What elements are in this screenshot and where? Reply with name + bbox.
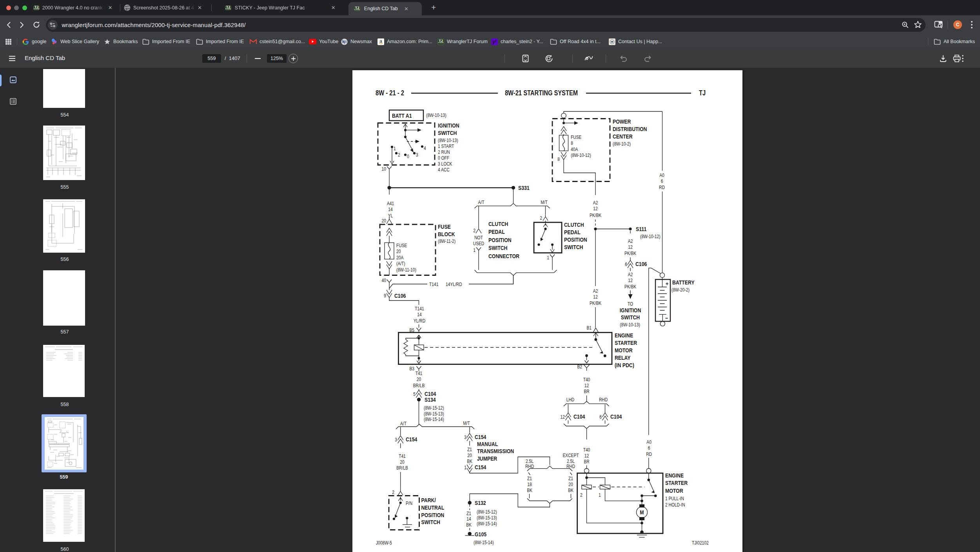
svg-text:(8W-11-2): (8W-11-2): [438, 239, 456, 244]
svg-text:C106: C106: [394, 293, 406, 299]
svg-text:PEDAL: PEDAL: [564, 229, 581, 235]
svg-text:POSITION: POSITION: [421, 512, 445, 518]
svg-text:1: 1: [473, 248, 475, 253]
svg-text:ENGINE: ENGINE: [665, 472, 684, 479]
svg-text:40: 40: [382, 278, 386, 283]
svg-text:RD: RD: [646, 452, 652, 457]
svg-text:(IN PDC): (IN PDC): [615, 362, 634, 368]
svg-text:CENTER: CENTER: [613, 133, 633, 140]
svg-text:S134: S134: [425, 397, 436, 403]
svg-text:2: 2: [540, 215, 542, 220]
svg-text:(8W-10-13): (8W-10-13): [426, 113, 446, 118]
svg-text:C154: C154: [475, 464, 486, 470]
svg-text:T41: T41: [416, 371, 423, 376]
svg-text:3: 3: [464, 435, 466, 440]
svg-text:1: 1: [464, 465, 466, 470]
svg-text:4: 4: [424, 146, 426, 151]
svg-text:(8W-10-13): (8W-10-13): [438, 138, 458, 143]
svg-text:PK/BK: PK/BK: [590, 301, 602, 306]
svg-text:(8W-20-2): (8W-20-2): [671, 287, 690, 292]
svg-text:SWITCH: SWITCH: [438, 130, 457, 136]
svg-text:6: 6: [661, 179, 663, 184]
svg-text:9: 9: [384, 293, 386, 298]
svg-text:B5: B5: [409, 328, 414, 333]
svg-text:14: 14: [466, 517, 471, 522]
svg-text:14: 14: [388, 207, 393, 212]
svg-text:J008W-5: J008W-5: [376, 540, 392, 545]
svg-text:20: 20: [400, 459, 404, 465]
svg-text:EXCEPT: EXCEPT: [563, 453, 579, 458]
svg-text:BR/LB: BR/LB: [413, 383, 425, 388]
svg-text:POWER: POWER: [613, 118, 631, 125]
svg-text:3: 3: [395, 437, 397, 442]
svg-text:MANUAL: MANUAL: [477, 441, 498, 447]
svg-text:M: M: [640, 509, 644, 516]
svg-text:(A/T): (A/T): [396, 261, 405, 266]
svg-text:12: 12: [584, 453, 589, 458]
svg-text:LHD: LHD: [566, 397, 574, 402]
svg-text:RELAY: RELAY: [615, 355, 631, 361]
svg-text:IGNITION: IGNITION: [438, 122, 459, 129]
svg-text:(8W-15-14): (8W-15-14): [474, 540, 494, 545]
svg-text:1 START: 1 START: [438, 144, 454, 149]
svg-text:(8W-15-14): (8W-15-14): [424, 417, 444, 422]
svg-text:JUMPER: JUMPER: [477, 455, 497, 462]
svg-text:8: 8: [571, 141, 573, 146]
svg-text:YL: YL: [388, 213, 393, 218]
svg-text:STARTER: STARTER: [615, 340, 637, 346]
svg-text:A0: A0: [659, 173, 664, 178]
svg-text:12: 12: [628, 278, 632, 283]
svg-text:8: 8: [557, 157, 560, 162]
svg-text:PK/BK: PK/BK: [590, 213, 602, 218]
svg-text:T40: T40: [583, 377, 590, 382]
svg-text:1: 1: [599, 492, 601, 497]
svg-text:POSITION: POSITION: [488, 237, 512, 243]
svg-text:(8W-15-13): (8W-15-13): [477, 516, 497, 521]
svg-text:C104: C104: [425, 391, 436, 397]
svg-text:3: 3: [416, 152, 418, 157]
svg-text:RHD: RHD: [566, 464, 575, 469]
svg-text:1 PULL-IN: 1 PULL-IN: [665, 496, 684, 501]
svg-text:A0: A0: [646, 439, 652, 445]
svg-text:Z1: Z1: [466, 511, 471, 516]
svg-text:20: 20: [568, 482, 573, 487]
svg-text:MOTOR: MOTOR: [615, 347, 633, 353]
svg-text:PARK/: PARK/: [421, 497, 436, 503]
svg-text:6: 6: [648, 446, 650, 451]
svg-text:C106: C106: [635, 261, 647, 267]
svg-text:MOTOR: MOTOR: [665, 488, 683, 494]
svg-text:A2: A2: [628, 272, 633, 277]
svg-text:PK/BK: PK/BK: [624, 251, 637, 256]
svg-text:ENGINE: ENGINE: [615, 332, 633, 339]
svg-text:BK: BK: [467, 459, 472, 464]
svg-text:(8W-11-10): (8W-11-10): [396, 268, 416, 273]
svg-text:BR: BR: [584, 389, 589, 394]
svg-text:20A: 20A: [396, 255, 404, 260]
svg-text:TRANSMISSION: TRANSMISSION: [477, 448, 514, 454]
svg-text:FUSE: FUSE: [571, 135, 582, 140]
svg-text:(8W-15-14): (8W-15-14): [477, 521, 497, 526]
svg-text:12: 12: [628, 245, 632, 250]
svg-text:0 OFF: 0 OFF: [438, 155, 449, 160]
svg-text:(8W-10-12): (8W-10-12): [640, 234, 661, 239]
svg-text:C104: C104: [610, 414, 622, 420]
svg-text:A2: A2: [593, 200, 598, 205]
svg-text:2: 2: [473, 228, 475, 233]
svg-text:NOT: NOT: [474, 235, 483, 240]
svg-text:C154: C154: [406, 436, 417, 443]
svg-text:BLOCK: BLOCK: [438, 231, 455, 237]
svg-text:G105: G105: [475, 531, 486, 537]
svg-text:T141: T141: [429, 282, 438, 287]
svg-text:BR/LB: BR/LB: [396, 466, 408, 471]
svg-text:A2: A2: [593, 288, 598, 293]
svg-text:10: 10: [382, 166, 386, 171]
svg-text:6: 6: [599, 414, 602, 419]
svg-text:(8W-15-12): (8W-15-12): [424, 405, 444, 410]
svg-text:S111: S111: [636, 226, 647, 232]
svg-text:TJ: TJ: [699, 89, 706, 97]
svg-text:RHD: RHD: [525, 464, 534, 469]
svg-text:CONNECTOR: CONNECTOR: [488, 253, 519, 259]
svg-text:20: 20: [396, 249, 401, 254]
svg-text:CLUTCH: CLUTCH: [488, 221, 508, 227]
svg-text:C104: C104: [573, 414, 585, 420]
